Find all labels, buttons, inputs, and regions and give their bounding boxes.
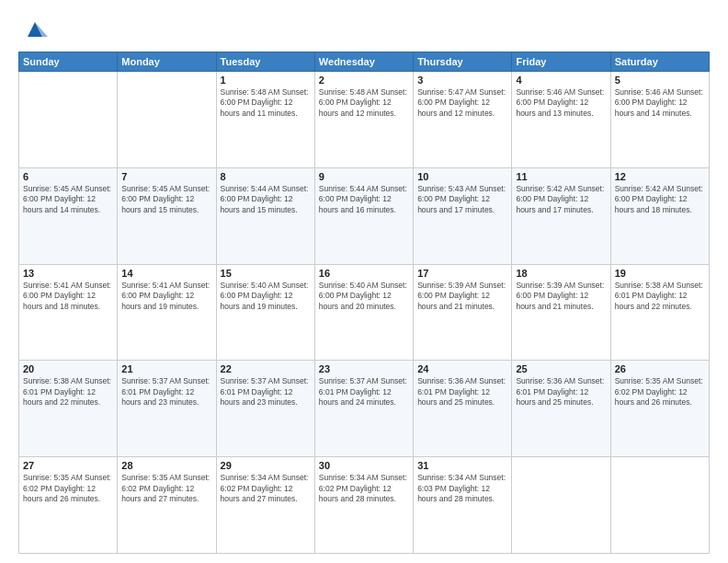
day-cell (512, 457, 610, 554)
day-number: 3 (417, 75, 507, 86)
day-info: Sunrise: 5:36 AM Sunset: 6:01 PM Dayligh… (417, 376, 507, 408)
day-info: Sunrise: 5:44 AM Sunset: 6:00 PM Dayligh… (221, 184, 311, 215)
day-number: 18 (516, 268, 606, 279)
day-info: Sunrise: 5:34 AM Sunset: 6:02 PM Dayligh… (221, 473, 311, 504)
day-number: 25 (516, 363, 606, 374)
day-cell: 26Sunrise: 5:35 AM Sunset: 6:02 PM Dayli… (610, 361, 709, 457)
day-cell (118, 72, 216, 168)
day-number: 8 (221, 171, 311, 182)
day-info: Sunrise: 5:39 AM Sunset: 6:00 PM Dayligh… (516, 281, 606, 312)
day-cell: 25Sunrise: 5:36 AM Sunset: 6:01 PM Dayli… (512, 361, 610, 457)
day-cell: 27Sunrise: 5:35 AM Sunset: 6:02 PM Dayli… (19, 457, 118, 554)
day-cell: 12Sunrise: 5:42 AM Sunset: 6:00 PM Dayli… (610, 167, 709, 264)
day-number: 19 (615, 268, 705, 279)
weekday-header-sunday: Sunday (19, 52, 118, 72)
day-cell: 22Sunrise: 5:37 AM Sunset: 6:01 PM Dayli… (216, 361, 314, 457)
day-cell: 16Sunrise: 5:40 AM Sunset: 6:00 PM Dayli… (314, 264, 413, 361)
day-info: Sunrise: 5:43 AM Sunset: 6:00 PM Dayligh… (417, 184, 507, 215)
day-cell: 11Sunrise: 5:42 AM Sunset: 6:00 PM Dayli… (512, 167, 610, 264)
day-cell: 10Sunrise: 5:43 AM Sunset: 6:00 PM Dayli… (414, 167, 512, 264)
week-row-4: 27Sunrise: 5:35 AM Sunset: 6:02 PM Dayli… (19, 457, 710, 554)
day-cell: 2Sunrise: 5:48 AM Sunset: 6:00 PM Daylig… (314, 72, 413, 168)
day-info: Sunrise: 5:40 AM Sunset: 6:00 PM Dayligh… (221, 281, 311, 312)
day-info: Sunrise: 5:39 AM Sunset: 6:00 PM Dayligh… (417, 281, 507, 312)
day-info: Sunrise: 5:46 AM Sunset: 6:00 PM Dayligh… (516, 87, 606, 119)
page: SundayMondayTuesdayWednesdayThursdayFrid… (0, 0, 728, 563)
day-info: Sunrise: 5:44 AM Sunset: 6:00 PM Dayligh… (319, 184, 409, 215)
logo-icon (22, 17, 48, 42)
day-info: Sunrise: 5:37 AM Sunset: 6:01 PM Dayligh… (221, 376, 311, 408)
day-number: 1 (221, 75, 311, 86)
day-number: 27 (23, 460, 113, 471)
day-cell: 13Sunrise: 5:41 AM Sunset: 6:00 PM Dayli… (19, 264, 118, 361)
day-cell: 17Sunrise: 5:39 AM Sunset: 6:00 PM Dayli… (414, 264, 512, 361)
day-number: 15 (221, 268, 311, 279)
day-cell: 31Sunrise: 5:34 AM Sunset: 6:03 PM Dayli… (414, 457, 512, 554)
day-info: Sunrise: 5:41 AM Sunset: 6:00 PM Dayligh… (23, 281, 113, 312)
day-info: Sunrise: 5:42 AM Sunset: 6:00 PM Dayligh… (615, 184, 705, 215)
day-cell: 30Sunrise: 5:34 AM Sunset: 6:02 PM Dayli… (314, 457, 413, 554)
day-info: Sunrise: 5:45 AM Sunset: 6:00 PM Dayligh… (23, 184, 113, 215)
day-number: 30 (319, 460, 409, 471)
weekday-header-row: SundayMondayTuesdayWednesdayThursdayFrid… (19, 52, 710, 72)
day-cell: 20Sunrise: 5:38 AM Sunset: 6:01 PM Dayli… (19, 361, 118, 457)
day-number: 4 (516, 75, 606, 86)
day-info: Sunrise: 5:35 AM Sunset: 6:02 PM Dayligh… (23, 473, 113, 504)
day-cell: 9Sunrise: 5:44 AM Sunset: 6:00 PM Daylig… (314, 167, 413, 264)
day-cell: 4Sunrise: 5:46 AM Sunset: 6:00 PM Daylig… (512, 72, 610, 168)
weekday-header-saturday: Saturday (610, 52, 709, 72)
day-number: 11 (516, 171, 606, 182)
day-number: 23 (319, 363, 409, 374)
day-number: 17 (417, 268, 507, 279)
day-info: Sunrise: 5:37 AM Sunset: 6:01 PM Dayligh… (121, 376, 211, 408)
day-number: 2 (319, 75, 409, 86)
day-info: Sunrise: 5:40 AM Sunset: 6:00 PM Dayligh… (319, 281, 409, 312)
calendar-table: SundayMondayTuesdayWednesdayThursdayFrid… (18, 52, 710, 554)
day-cell: 1Sunrise: 5:48 AM Sunset: 6:00 PM Daylig… (216, 72, 314, 168)
day-info: Sunrise: 5:42 AM Sunset: 6:00 PM Dayligh… (516, 184, 606, 215)
day-info: Sunrise: 5:34 AM Sunset: 6:03 PM Dayligh… (417, 473, 507, 504)
day-number: 12 (615, 171, 705, 182)
weekday-header-monday: Monday (118, 52, 216, 72)
week-row-0: 1Sunrise: 5:48 AM Sunset: 6:00 PM Daylig… (19, 72, 710, 168)
day-info: Sunrise: 5:41 AM Sunset: 6:00 PM Dayligh… (121, 281, 211, 312)
week-row-2: 13Sunrise: 5:41 AM Sunset: 6:00 PM Dayli… (19, 264, 710, 361)
day-cell: 8Sunrise: 5:44 AM Sunset: 6:00 PM Daylig… (216, 167, 314, 264)
day-info: Sunrise: 5:36 AM Sunset: 6:01 PM Dayligh… (516, 376, 606, 408)
day-cell (610, 457, 709, 554)
day-info: Sunrise: 5:35 AM Sunset: 6:02 PM Dayligh… (615, 376, 705, 408)
day-number: 21 (121, 363, 211, 374)
day-number: 22 (221, 363, 311, 374)
day-info: Sunrise: 5:45 AM Sunset: 6:00 PM Dayligh… (121, 184, 211, 215)
week-row-1: 6Sunrise: 5:45 AM Sunset: 6:00 PM Daylig… (19, 167, 710, 264)
day-cell: 21Sunrise: 5:37 AM Sunset: 6:01 PM Dayli… (118, 361, 216, 457)
day-cell: 7Sunrise: 5:45 AM Sunset: 6:00 PM Daylig… (118, 167, 216, 264)
day-cell: 6Sunrise: 5:45 AM Sunset: 6:00 PM Daylig… (19, 167, 118, 264)
day-cell: 23Sunrise: 5:37 AM Sunset: 6:01 PM Dayli… (314, 361, 413, 457)
weekday-header-wednesday: Wednesday (314, 52, 413, 72)
day-number: 6 (23, 171, 113, 182)
day-info: Sunrise: 5:38 AM Sunset: 6:01 PM Dayligh… (23, 376, 113, 408)
day-number: 31 (417, 460, 507, 471)
day-cell: 5Sunrise: 5:46 AM Sunset: 6:00 PM Daylig… (610, 72, 709, 168)
day-number: 16 (319, 268, 409, 279)
day-cell: 29Sunrise: 5:34 AM Sunset: 6:02 PM Dayli… (216, 457, 314, 554)
day-info: Sunrise: 5:38 AM Sunset: 6:01 PM Dayligh… (615, 281, 705, 312)
day-cell: 3Sunrise: 5:47 AM Sunset: 6:00 PM Daylig… (414, 72, 512, 168)
day-cell (19, 72, 118, 168)
day-cell: 18Sunrise: 5:39 AM Sunset: 6:00 PM Dayli… (512, 264, 610, 361)
weekday-header-tuesday: Tuesday (216, 52, 314, 72)
day-cell: 14Sunrise: 5:41 AM Sunset: 6:00 PM Dayli… (118, 264, 216, 361)
day-cell: 28Sunrise: 5:35 AM Sunset: 6:02 PM Dayli… (118, 457, 216, 554)
day-info: Sunrise: 5:34 AM Sunset: 6:02 PM Dayligh… (319, 473, 409, 504)
day-number: 7 (121, 171, 211, 182)
day-number: 28 (121, 460, 211, 471)
header (18, 17, 710, 42)
day-cell: 19Sunrise: 5:38 AM Sunset: 6:01 PM Dayli… (610, 264, 709, 361)
day-number: 13 (23, 268, 113, 279)
weekday-header-thursday: Thursday (414, 52, 512, 72)
day-info: Sunrise: 5:48 AM Sunset: 6:00 PM Dayligh… (221, 87, 311, 119)
day-number: 9 (319, 171, 409, 182)
day-number: 29 (221, 460, 311, 471)
day-info: Sunrise: 5:46 AM Sunset: 6:00 PM Dayligh… (615, 87, 705, 119)
